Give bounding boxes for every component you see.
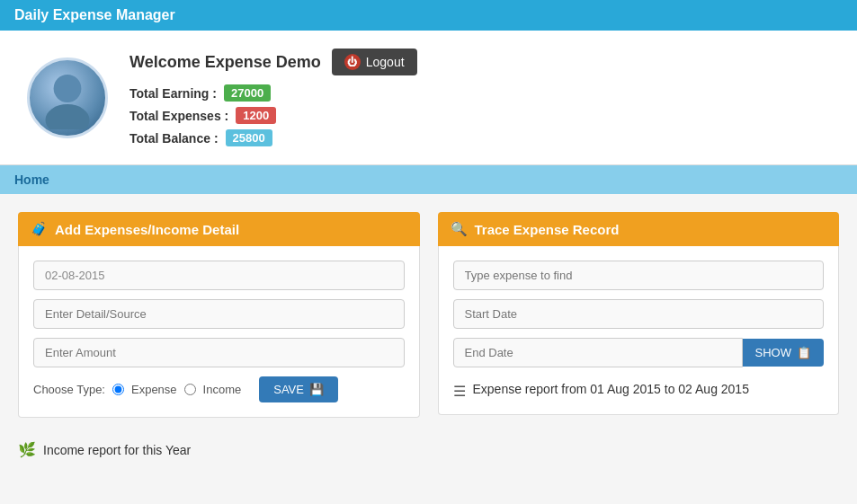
income-radio[interactable] <box>184 384 196 395</box>
add-expense-section: 🧳 Add Expenses/Income Detail Choose Type… <box>18 212 420 418</box>
date-input[interactable] <box>33 261 405 290</box>
income-report-label: Income report for this Year <box>43 443 191 457</box>
suitcase-icon: 🧳 <box>31 221 48 237</box>
add-expense-body: Choose Type: Expense Income SAVE 💾 <box>18 246 420 418</box>
save-button[interactable]: SAVE 💾 <box>259 376 338 402</box>
type-row: Choose Type: Expense Income SAVE 💾 <box>33 376 405 402</box>
logout-button[interactable]: ⏻ Logout <box>332 49 417 75</box>
trace-header: 🔍 Trace Expense Record <box>438 212 840 246</box>
show-label: SHOW <box>755 346 791 359</box>
welcome-row: Welcome Expense Demo ⏻ Logout <box>129 49 417 75</box>
trace-title: Trace Expense Record <box>475 222 620 237</box>
profile-area: Welcome Expense Demo ⏻ Logout Total Earn… <box>0 31 857 165</box>
total-earning-value: 27000 <box>224 84 271 102</box>
add-expense-title: Add Expenses/Income Detail <box>55 222 239 237</box>
trace-section: 🔍 Trace Expense Record SHOW 📋 ☰ Expense … <box>438 212 840 415</box>
save-label: SAVE <box>273 383 304 396</box>
right-panel: 🔍 Trace Expense Record SHOW 📋 ☰ Expense … <box>438 212 840 415</box>
report-text: Expense report from 01 Aug 2015 to 02 Au… <box>473 382 749 396</box>
detail-source-input[interactable] <box>33 299 405 329</box>
nav-home-link[interactable]: Home <box>14 172 49 187</box>
total-expenses-value: 1200 <box>236 107 276 124</box>
profile-info: Welcome Expense Demo ⏻ Logout Total Earn… <box>129 49 417 146</box>
add-expense-header: 🧳 Add Expenses/Income Detail <box>18 212 420 246</box>
expense-search-input[interactable] <box>453 261 825 290</box>
show-button[interactable]: SHOW 📋 <box>743 339 824 367</box>
report-text-row: ☰ Expense report from 01 Aug 2015 to 02 … <box>453 382 825 400</box>
main-content: 🧳 Add Expenses/Income Detail Choose Type… <box>0 194 857 476</box>
svg-point-1 <box>46 104 90 129</box>
svg-point-0 <box>54 75 82 102</box>
logout-label: Logout <box>366 55 405 69</box>
avatar-icon <box>36 66 99 129</box>
total-expenses-label: Total Expenses : <box>129 109 228 123</box>
income-report-row: 🌿 Income report for this Year <box>18 432 420 458</box>
left-panel: 🧳 Add Expenses/Income Detail Choose Type… <box>18 212 420 458</box>
app-header: Daily Expense Manager <box>0 0 857 31</box>
total-balance-label: Total Balance : <box>129 131 219 146</box>
app-title: Daily Expense Manager <box>14 7 175 22</box>
save-icon: 💾 <box>309 383 324 396</box>
search-icon: 🔍 <box>451 221 468 237</box>
expense-radio-label: Expense <box>131 383 177 396</box>
amount-input[interactable] <box>33 338 405 367</box>
list-icon: ☰ <box>453 383 466 400</box>
income-radio-label: Income <box>203 383 242 396</box>
power-icon: ⏻ <box>344 54 361 70</box>
total-earning-row: Total Earning : 27000 <box>129 84 417 102</box>
total-earning-label: Total Earning : <box>129 86 217 101</box>
avatar <box>27 57 108 138</box>
trace-body: SHOW 📋 ☰ Expense report from 01 Aug 2015… <box>438 246 840 415</box>
welcome-text: Welcome Expense Demo <box>129 53 321 72</box>
end-date-input[interactable] <box>453 338 743 367</box>
show-icon: 📋 <box>797 346 811 359</box>
total-expenses-row: Total Expenses : 1200 <box>129 107 417 124</box>
start-date-input[interactable] <box>453 299 825 329</box>
expense-radio[interactable] <box>112 384 124 395</box>
total-balance-value: 25800 <box>226 129 272 146</box>
leaf-icon: 🌿 <box>18 441 36 458</box>
total-balance-row: Total Balance : 25800 <box>129 129 417 146</box>
nav-bar: Home <box>0 165 857 194</box>
choose-type-label: Choose Type: <box>33 383 105 396</box>
end-date-row: SHOW 📋 <box>453 338 825 367</box>
